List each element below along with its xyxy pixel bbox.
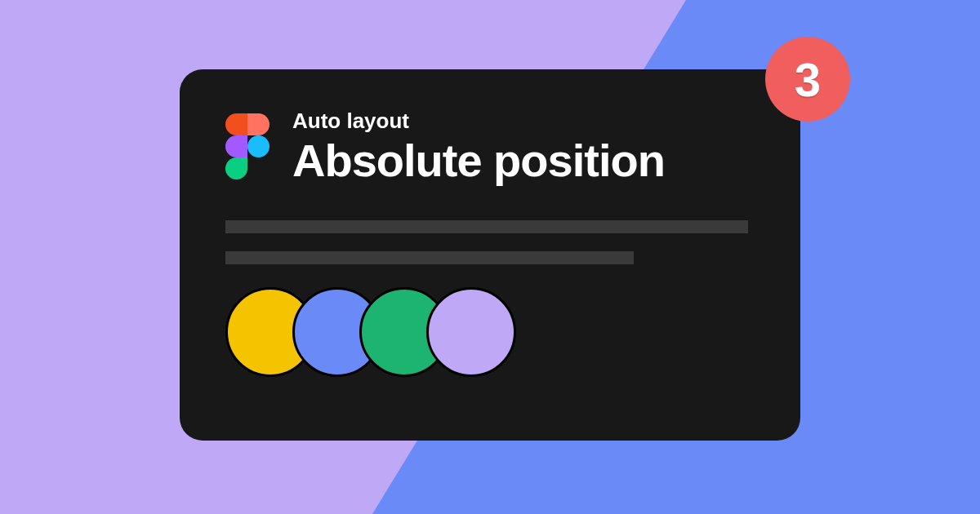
figma-logo-icon (225, 113, 270, 179)
placeholder-line (225, 251, 634, 264)
color-dot (426, 287, 516, 377)
card-header: Auto layout Absolute position (225, 109, 755, 186)
title-block: Auto layout Absolute position (292, 109, 755, 186)
feature-card: Auto layout Absolute position (180, 69, 800, 441)
step-badge: 3 (765, 37, 850, 122)
color-dots-row (225, 287, 755, 377)
placeholder-lines (225, 220, 755, 264)
card-subtitle: Auto layout (292, 109, 755, 134)
step-number: 3 (795, 52, 821, 107)
placeholder-line (225, 220, 748, 233)
card-title: Absolute position (292, 135, 755, 186)
